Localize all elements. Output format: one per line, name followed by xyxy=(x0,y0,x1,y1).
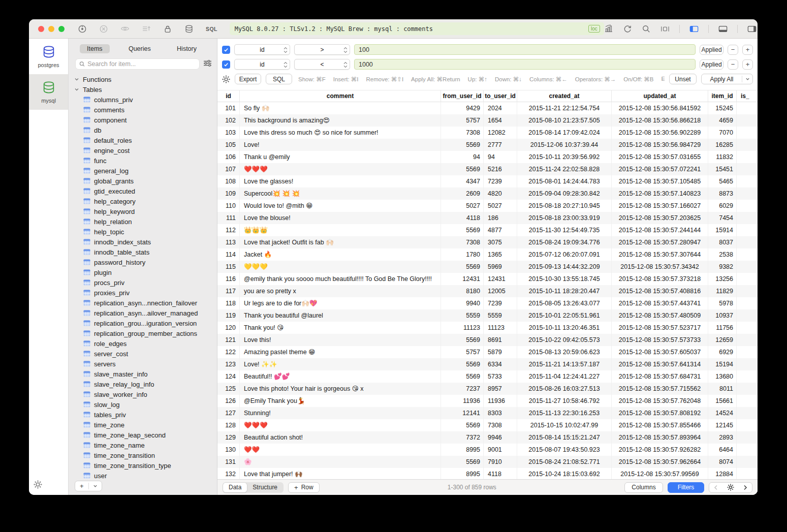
table-cell[interactable]: Beautiful action shot! xyxy=(240,431,441,444)
table-cell[interactable]: 94 xyxy=(484,151,517,163)
table-cell[interactable]: 2015-10-15 10:02:47.99 xyxy=(517,419,612,431)
table-cell[interactable]: 2015-12-08 15:30:57.443741 xyxy=(612,297,708,309)
minimize-window-button[interactable] xyxy=(48,26,54,32)
filter-gear-icon[interactable] xyxy=(222,75,230,83)
filter-value-input[interactable] xyxy=(354,44,696,55)
add-filter-button[interactable]: + xyxy=(742,45,753,55)
table-cell[interactable]: 12082 xyxy=(484,127,517,139)
connection-status-bar[interactable]: MySQL 8.0.27 : TLSv1.2 : MySQL Brew : my… xyxy=(230,22,604,35)
table-cell[interactable]: 2015-08-18 23:00:33.919 xyxy=(517,212,612,224)
disconnect-icon[interactable] xyxy=(99,24,108,34)
table-cell[interactable]: 121 xyxy=(217,334,240,346)
tab-structure[interactable]: Structure xyxy=(247,483,283,492)
table-cell[interactable]: 11936 xyxy=(484,395,517,407)
sidebar-table-item[interactable]: global_grants xyxy=(69,176,217,186)
table-cell[interactable]: 7454 xyxy=(708,212,737,224)
tree-section-functions[interactable]: Functions xyxy=(69,74,217,84)
table-cell[interactable]: 15914 xyxy=(708,224,737,236)
table-cell[interactable]: 2015-12-08 15:30:57.641314 xyxy=(612,358,708,370)
prev-page-chevron-icon[interactable] xyxy=(709,485,722,490)
remove-filter-button[interactable]: − xyxy=(728,59,738,70)
table-cell[interactable]: 2015-12-08 15:30:57.523717 xyxy=(612,322,708,334)
sidebar-table-item[interactable]: slow_log xyxy=(69,399,217,410)
table-cell[interactable]: 12884 xyxy=(708,468,737,479)
sidebar-table-item[interactable]: columns_priv xyxy=(69,95,217,105)
table-cell[interactable]: 11829 xyxy=(708,285,737,297)
table-cell[interactable]: Love the glasses! xyxy=(240,175,441,187)
sidebar-table-item[interactable]: role_edges xyxy=(69,338,217,349)
table-cell[interactable] xyxy=(737,322,758,334)
table-cell[interactable]: 2015-12-08 15:30:57.031655 xyxy=(612,151,708,163)
table-cell[interactable] xyxy=(737,309,758,322)
table-cell[interactable]: 2015-12-08 15:30:56.984729 xyxy=(612,139,708,151)
table-cell[interactable]: 2015-10-11 18:28:20.447 xyxy=(517,285,612,297)
table-cell[interactable]: 2015-12-08 15:30:57.715562 xyxy=(612,383,708,395)
sidebar-table-item[interactable]: replication_grou...iguration_version xyxy=(69,318,217,328)
table-cell[interactable]: 5569 xyxy=(441,163,484,175)
table-cell[interactable]: 5733 xyxy=(484,370,517,383)
add-item-split-button[interactable]: + xyxy=(75,481,102,491)
sidebar-table-item[interactable]: time_zone xyxy=(69,420,217,430)
table-cell[interactable] xyxy=(737,114,758,127)
table-cell[interactable]: 8074 xyxy=(708,456,737,468)
table-cell[interactable]: 5569 xyxy=(441,224,484,236)
table-cell[interactable]: 101 xyxy=(217,102,240,114)
table-cell[interactable]: 7372 xyxy=(441,431,484,444)
table-cell[interactable]: 2015-08-13 20:59:06.623 xyxy=(517,346,612,358)
table-cell[interactable]: 8873 xyxy=(708,187,737,200)
tree-section-tables[interactable]: Tables xyxy=(69,84,217,95)
table-cell[interactable] xyxy=(737,175,758,187)
sidebar-table-item[interactable]: tables_priv xyxy=(69,410,217,420)
connect-icon[interactable] xyxy=(78,24,87,34)
tab-queries[interactable]: Queries xyxy=(121,44,158,53)
add-row-button[interactable]: + Row xyxy=(288,482,320,493)
export-button[interactable]: Export xyxy=(235,74,261,84)
table-cell[interactable]: 10937 xyxy=(708,309,737,322)
table-cell[interactable] xyxy=(737,187,758,200)
table-cell[interactable]: 2015-12-08 15:30:57.962664 xyxy=(612,456,708,468)
table-cell[interactable]: 11123 xyxy=(441,322,484,334)
table-cell[interactable] xyxy=(737,200,758,212)
table-cell[interactable]: 12145 xyxy=(708,419,737,431)
sidebar-table-item[interactable]: replication_asyn...ailover_managed xyxy=(69,308,217,318)
table-cell[interactable]: 5027 xyxy=(441,200,484,212)
table-cell[interactable]: Beautiful!! 💕💕 xyxy=(240,370,441,383)
table-cell[interactable]: 🌸 xyxy=(240,456,441,468)
table-cell[interactable]: 8303 xyxy=(484,407,517,419)
table-cell[interactable]: 8011 xyxy=(708,383,737,395)
table-cell[interactable]: 13680 xyxy=(708,370,737,383)
applied-button[interactable]: Applied xyxy=(700,59,723,70)
fit-columns-icon[interactable] xyxy=(660,24,670,34)
table-cell[interactable]: Thank you! 😘 xyxy=(240,322,441,334)
table-cell[interactable] xyxy=(737,444,758,456)
filter-column-select[interactable]: id xyxy=(234,59,290,70)
table-cell[interactable]: 8995 xyxy=(441,444,484,456)
table-cell[interactable]: 116 xyxy=(217,273,240,285)
table-cell[interactable]: 2015-08-14 15:15:21.247 xyxy=(517,431,612,444)
tab-data[interactable]: Data xyxy=(223,483,247,492)
table-cell[interactable]: 2609 xyxy=(441,187,484,200)
table-cell[interactable]: 11832 xyxy=(708,151,737,163)
table-cell[interactable]: 15245 xyxy=(708,102,737,114)
table-cell[interactable]: 105 xyxy=(217,139,240,151)
table-cell[interactable]: 5027 xyxy=(484,200,517,212)
table-cell[interactable]: 2015-10-22 09:42:05.573 xyxy=(517,334,612,346)
table-cell[interactable]: 114 xyxy=(217,248,240,261)
filter-enabled-checkbox[interactable] xyxy=(222,46,230,54)
sidebar-table-item[interactable]: help_relation xyxy=(69,216,217,227)
table-cell[interactable]: So fly 🙌🏻 xyxy=(240,102,441,114)
table-cell[interactable]: 8037 xyxy=(708,236,737,248)
table-cell[interactable]: Love this dress so much 😍 so nice for su… xyxy=(240,127,441,139)
filters-button[interactable]: Filters xyxy=(668,482,704,493)
table-cell[interactable]: 110 xyxy=(217,200,240,212)
sidebar-table-item[interactable]: plugin xyxy=(69,267,217,277)
table-cell[interactable]: 5569 xyxy=(441,456,484,468)
table-cell[interactable]: 2015-08-14 17:09:42.024 xyxy=(517,127,612,139)
table-cell[interactable]: 2015-12-08 15:30:57.99569 xyxy=(612,468,708,479)
table-cell[interactable] xyxy=(737,334,758,346)
table-cell[interactable]: 119 xyxy=(217,309,240,322)
toggle-right-panel-icon[interactable] xyxy=(747,24,757,34)
table-cell[interactable]: 2015-12-08 15:30:57.280947 xyxy=(612,236,708,248)
lock-icon[interactable] xyxy=(163,24,172,34)
table-cell[interactable] xyxy=(737,370,758,383)
